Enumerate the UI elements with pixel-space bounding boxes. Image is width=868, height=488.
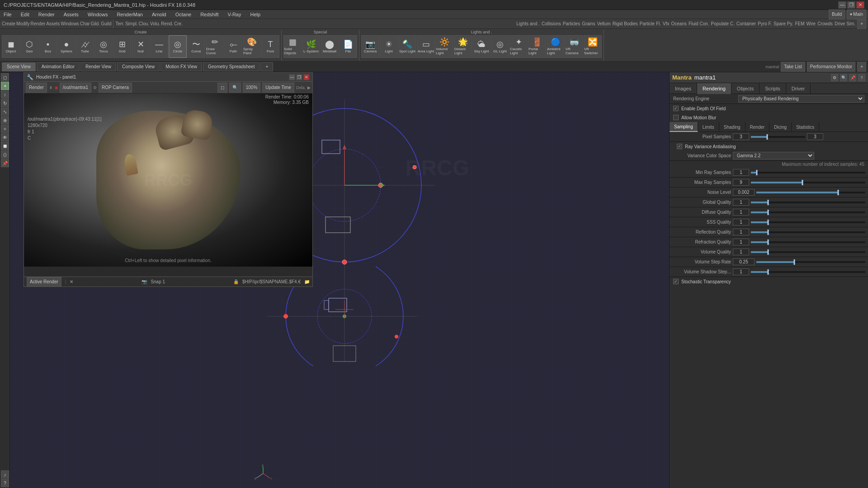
toolbar-windows[interactable]: Windows <box>61 21 79 26</box>
shelf-line[interactable]: — Line <box>150 35 168 58</box>
enable-dof-checkbox[interactable] <box>673 106 679 111</box>
toolbar-clou[interactable]: Clou. <box>139 21 149 26</box>
toolbar-oceans[interactable]: Oceans <box>671 21 686 26</box>
panel-icon-settings[interactable]: ⚙ <box>831 74 838 81</box>
tab-driver[interactable]: Driver <box>786 83 811 94</box>
toolbar-particles[interactable]: Particles <box>563 21 580 26</box>
tab-images[interactable]: Images <box>670 83 697 94</box>
diffuse-q-input[interactable] <box>733 209 749 216</box>
toolbar-gild[interactable]: Gild. <box>91 21 100 26</box>
toolbar-container[interactable]: Container <box>736 21 756 26</box>
motion-blur-checkbox[interactable] <box>673 115 679 120</box>
toolbar-modify[interactable]: Modify <box>16 21 29 26</box>
shelf-tube[interactable]: ⌭ Tube <box>76 35 94 58</box>
toolbar-crowds[interactable]: Crowds <box>817 21 833 26</box>
vol-step-input[interactable] <box>733 258 755 265</box>
shelf-grid[interactable]: ⊞ Grid <box>113 35 131 58</box>
toolbar-sparspy[interactable]: Spare Py. <box>774 21 793 26</box>
shelf-ambientlight[interactable]: 🔵 Ambient Light <box>547 35 565 58</box>
shelf-solidobjects[interactable]: ▦ Solid Objects <box>283 35 302 58</box>
tab-render-view[interactable]: Render View <box>80 62 116 71</box>
toolbar-wire[interactable]: Wire <box>807 21 816 26</box>
vol-q-input[interactable] <box>733 249 749 255</box>
display-zoom[interactable]: 100% <box>243 83 261 93</box>
toolbar-simpl[interactable]: Simpl. <box>125 21 138 26</box>
shelf-font[interactable]: T Font <box>261 35 279 58</box>
menu-help[interactable]: Help <box>249 12 263 17</box>
menu-arnold[interactable]: Arnold <box>150 12 168 17</box>
refr-q-input[interactable] <box>733 239 749 245</box>
toolbar-vellum[interactable]: Vellum <box>597 21 611 26</box>
toolbar-particlefl[interactable]: Particle Fl. <box>640 21 661 26</box>
shelf-lsystem[interactable]: 🌿 L-System <box>302 35 320 58</box>
toolbar-volu[interactable]: Volu. <box>150 21 160 26</box>
minimize-button[interactable]: — <box>838 1 846 9</box>
sub-tab-render[interactable]: Render <box>745 122 770 132</box>
shelf-torus[interactable]: ◎ Torus <box>94 35 113 58</box>
tool-rotate[interactable]: ↻ <box>1 99 9 107</box>
toolbar-grains[interactable]: Grains <box>582 21 595 26</box>
shelf-skylighthalf[interactable]: 🌥 Sky Light <box>472 35 491 58</box>
take-list-btn[interactable]: Take List <box>781 62 805 72</box>
toolbar-collisions[interactable]: Collisions <box>542 21 561 26</box>
vol-shadow-input[interactable] <box>733 268 749 275</box>
tool-select[interactable]: ◻ <box>1 73 9 81</box>
tool-move[interactable]: ↕ <box>1 90 9 99</box>
toolbar-vfx[interactable]: Vfx <box>663 21 669 26</box>
close-button[interactable]: ✕ <box>856 1 864 9</box>
menu-renderman[interactable]: RenderMan <box>115 12 144 17</box>
toolbar-assets[interactable]: Assets <box>46 21 60 26</box>
menu-render[interactable]: Render <box>37 12 57 17</box>
noise-input[interactable] <box>733 189 755 196</box>
add-shelf-button[interactable]: + <box>857 19 866 29</box>
tool-audio[interactable]: ♪ <box>1 470 9 479</box>
toolbar-populatec[interactable]: Populate C. <box>711 21 735 26</box>
tool-pin[interactable]: 📌 <box>1 159 9 167</box>
sub-tab-statistics[interactable]: Statistics <box>792 122 819 132</box>
toolbar-create[interactable]: Create <box>2 21 15 26</box>
global-q-track[interactable] <box>751 202 865 203</box>
toolbar-render[interactable]: Render <box>30 21 45 26</box>
menu-redshift[interactable]: Redshift <box>198 12 220 17</box>
tab-motion-fx[interactable]: Motion FX View <box>160 62 202 71</box>
build-button[interactable]: Build <box>829 9 845 19</box>
pixel-samples-input1[interactable] <box>733 133 749 140</box>
shelf-box[interactable]: ▪ Box <box>39 35 57 58</box>
noise-track[interactable] <box>756 192 865 193</box>
menu-edit[interactable]: Edit <box>19 12 31 17</box>
stochastic-checkbox[interactable] <box>673 279 679 284</box>
shelf-null[interactable]: ✕ Null <box>132 35 150 58</box>
rendering-engine-select[interactable]: Physically Based Rendering Micropolygon … <box>738 95 864 103</box>
toolbar-fluidcon[interactable]: Fluid Con. <box>689 21 709 26</box>
tool-help[interactable]: ? <box>1 479 9 487</box>
toolbar-rend[interactable]: Rend. <box>161 21 173 26</box>
refl-q-track[interactable] <box>751 231 865 233</box>
panel-icon-bookmark[interactable]: 📌 <box>849 74 856 81</box>
tab-add[interactable]: + <box>260 62 273 71</box>
sub-tab-shading[interactable]: Shading <box>719 122 745 132</box>
shelf-sphere[interactable]: ● Sphere <box>57 35 75 58</box>
shelf-geo[interactable]: ⬡ Geo <box>20 35 38 58</box>
menu-assets[interactable]: Assets <box>62 12 80 17</box>
global-q-input[interactable] <box>733 199 749 206</box>
toolbar-cre[interactable]: Cre. <box>174 21 183 26</box>
menu-file[interactable]: File <box>2 12 14 17</box>
tab-geometry-spreadsheet[interactable]: Geometry Spreadsheet <box>203 62 259 71</box>
shelf-path[interactable]: ⟜ Path <box>224 35 242 58</box>
tab-scripts[interactable]: Scripts <box>760 83 786 94</box>
shelf-causticlight[interactable]: ✦ Caustic Light <box>509 35 528 58</box>
vol-step-track[interactable] <box>756 261 865 263</box>
shelf-spotlight[interactable]: 🔦 Spot Light <box>398 35 416 58</box>
main-workspace[interactable]: ▾ Main <box>847 9 866 19</box>
shelf-gllight[interactable]: ◎ GL Light <box>491 35 509 58</box>
shelf-arealight[interactable]: ▭ Area Light <box>417 35 435 58</box>
rw-maximize[interactable]: ❐ <box>296 74 302 80</box>
shelf-file[interactable]: 📄 File <box>339 35 357 58</box>
tab-objects[interactable]: Objects <box>731 83 760 94</box>
min-ray-input[interactable] <box>733 169 749 176</box>
rw-minimize[interactable]: — <box>289 74 295 80</box>
tool-transform[interactable]: ⊕ <box>1 116 9 124</box>
tool-scale[interactable]: ⤡ <box>1 108 9 116</box>
tab-animation-editor[interactable]: Animation Editor <box>37 62 80 71</box>
sss-q-input[interactable] <box>733 219 749 225</box>
